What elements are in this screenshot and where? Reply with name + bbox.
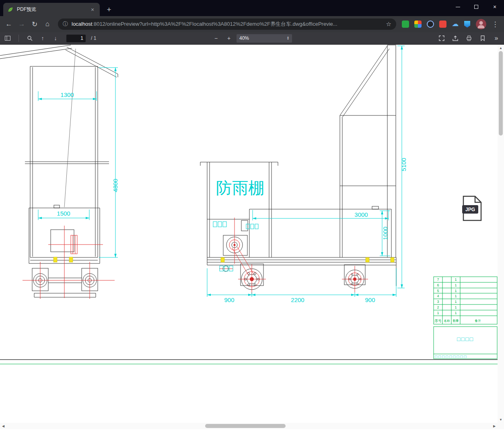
rain-shelter-label: 防雨棚 (216, 179, 264, 197)
scroll-left-button[interactable]: ◀ (0, 423, 6, 429)
bom-row-no: 6 (437, 283, 439, 287)
extension-icon-green[interactable] (402, 21, 409, 28)
bom-header-qty: 数量 (453, 319, 459, 323)
title-block-title: □□□□ (457, 336, 474, 342)
toolbar-divider (19, 35, 19, 42)
browser-menu-button[interactable]: ⋮ (490, 19, 501, 30)
zoom-caret-icon: ▲▼ (287, 36, 289, 40)
tab-title: PDF预览 (17, 6, 86, 13)
title-block-footer: □□□□□□□□□ (435, 354, 467, 359)
bom-row-no: 2 (437, 305, 439, 309)
pdf-page: 1300 4800 1500 防雨棚 5100 (0, 45, 498, 423)
zoom-in-button[interactable]: + (224, 33, 234, 43)
sidebar-toggle-icon (4, 35, 11, 41)
bookmark-icon (479, 35, 486, 41)
minimize-icon (456, 7, 460, 7)
sidebar-toggle-button[interactable] (2, 33, 13, 43)
bookmark-star-icon[interactable]: ☆ (386, 21, 391, 28)
cad-drawing: 1300 4800 1500 防雨棚 5100 (0, 45, 498, 423)
dim-1300: 1300 (60, 91, 74, 98)
open-file-icon (452, 35, 459, 41)
new-tab-button[interactable]: + (104, 4, 114, 15)
address-bar[interactable]: ⓘ localhost:8012/onlinePreview?url=http%… (58, 19, 396, 30)
window-controls: × (448, 0, 504, 14)
maximize-icon (474, 5, 478, 9)
bom-header-name: 名称 (444, 319, 451, 323)
url-path: :8012/onlinePreview?url=http%3A%2F%2Floc… (92, 21, 337, 27)
next-page-button[interactable]: ↓ (50, 33, 61, 43)
bom-row-qty: 1 (455, 311, 457, 315)
site-info-icon[interactable]: ⓘ (63, 21, 68, 28)
print-button[interactable] (464, 33, 474, 43)
bom-row-qty: 1 (455, 294, 457, 298)
minimize-button[interactable] (448, 0, 467, 14)
scroll-right-button[interactable]: ▶ (491, 423, 498, 429)
dim-3000: 3000 (354, 211, 368, 218)
dim-900-right: 900 (365, 296, 375, 303)
page-number-input[interactable] (66, 35, 86, 42)
print-icon (466, 35, 472, 41)
vertical-scroll-thumb[interactable] (499, 51, 503, 136)
reload-button[interactable]: ↻ (29, 19, 40, 30)
extension-icon-red[interactable] (439, 21, 446, 28)
home-button[interactable]: ⌂ (42, 19, 53, 30)
find-button[interactable] (25, 33, 35, 43)
search-icon (27, 35, 33, 41)
pdf-toolbar-right: » (436, 32, 502, 44)
bom-header-no: 序号 (434, 319, 442, 323)
scrollbar-corner (498, 423, 504, 429)
bom-row-no: 7 (437, 278, 439, 282)
extension-icon-colorful[interactable] (414, 21, 422, 28)
browser-tab[interactable]: PDF预览 × (3, 3, 100, 16)
url-host: localhost (72, 21, 92, 27)
previous-page-button[interactable]: ↑ (37, 33, 48, 43)
extensions-area: ☁ (402, 21, 470, 28)
bom-row-qty: 1 (455, 283, 457, 287)
close-button[interactable]: × (485, 0, 504, 14)
vertical-scrollbar[interactable]: ▲ ▼ (498, 45, 504, 423)
pdf-toolbar-center: − + 40% ▲▼ (211, 32, 292, 44)
pdf-toolbar-left: ↑ ↓ / 1 (2, 32, 96, 44)
jpg-label: JPG (465, 207, 475, 212)
sheet-border (0, 360, 498, 364)
fullscreen-icon (438, 35, 445, 41)
page-count-label: / 1 (91, 35, 96, 41)
dim-5100: 5100 (400, 158, 407, 171)
presentation-mode-button[interactable] (436, 33, 447, 43)
pdf-toolbar: ↑ ↓ / 1 − + 40% ▲▼ (0, 32, 504, 45)
dim-1000: 1000 (382, 226, 389, 240)
bom-row-qty: 1 (455, 300, 457, 304)
leaf-favicon-icon (7, 6, 14, 13)
browser-toolbar: ← → ↻ ⌂ ⓘ localhost:8012/onlinePreview?u… (0, 16, 504, 32)
open-file-button[interactable] (450, 33, 461, 43)
tab-close-icon[interactable]: × (89, 6, 96, 13)
scroll-down-button[interactable]: ▼ (498, 416, 504, 423)
side-elevation-view: 防雨棚 5100 3000 1000 900 2200 900 (200, 45, 407, 303)
horizontal-scroll-thumb[interactable] (205, 424, 286, 428)
bom-row-qty: 1 (455, 289, 457, 293)
jpg-file-icon: JPG (462, 196, 481, 220)
bom-row-no: 4 (437, 294, 439, 298)
extension-icon-ring[interactable] (427, 21, 434, 28)
bom-row-no: 3 (437, 300, 439, 304)
titlebar: PDF预览 × + × (0, 0, 504, 16)
dim-1500: 1500 (57, 210, 70, 217)
bookmark-button[interactable] (477, 33, 488, 43)
dim-4800: 4800 (112, 179, 119, 192)
bom-table: 7 6 5 4 3 2 1 1 1 1 1 1 1 1 序号 名称 数量 备注 (434, 277, 497, 324)
dim-2200: 2200 (291, 296, 304, 303)
bom-row-no: 5 (437, 289, 439, 293)
zoom-out-button[interactable]: − (211, 33, 221, 43)
forward-button[interactable]: → (16, 19, 27, 30)
dim-900-left: 900 (224, 296, 234, 303)
horizontal-scrollbar[interactable]: ◀ ▶ (0, 423, 498, 429)
left-elevation-view: 1300 4800 1500 (0, 45, 119, 299)
extension-icon-shield[interactable] (464, 21, 470, 28)
scroll-up-button[interactable]: ▲ (498, 45, 504, 51)
maximize-button[interactable] (467, 0, 485, 14)
more-tools-button[interactable]: » (491, 33, 502, 43)
profile-avatar[interactable] (476, 19, 486, 29)
back-button[interactable]: ← (3, 19, 14, 30)
extension-icon-cloud[interactable]: ☁ (452, 21, 459, 28)
zoom-select[interactable]: 40% ▲▼ (237, 34, 292, 43)
